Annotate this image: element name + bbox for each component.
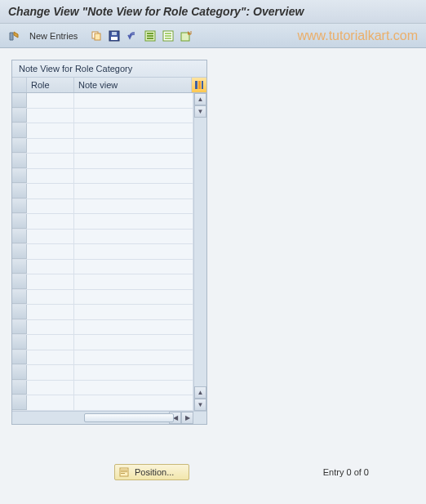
row-selector[interactable] (12, 93, 27, 108)
scroll-up-icon[interactable]: ▲ (194, 93, 206, 105)
cell-noteview[interactable] (74, 230, 193, 244)
row-selector[interactable] (12, 395, 27, 410)
row-selector[interactable] (12, 335, 27, 350)
toggle-icon[interactable] (7, 29, 21, 43)
cell-noteview[interactable] (74, 260, 193, 274)
cell-role[interactable] (27, 109, 74, 123)
cell-role[interactable] (27, 169, 74, 184)
column-header-role[interactable]: Role (27, 78, 74, 92)
table-row (12, 154, 193, 169)
cell-role[interactable] (27, 381, 74, 395)
table-row (12, 290, 193, 306)
cell-noteview[interactable] (74, 320, 193, 335)
row-selector[interactable] (12, 305, 27, 319)
table-row (12, 365, 193, 381)
cell-role[interactable] (27, 139, 74, 154)
cell-noteview[interactable] (74, 109, 193, 123)
row-selector[interactable] (12, 350, 27, 365)
cell-noteview[interactable] (74, 350, 193, 365)
cell-noteview[interactable] (74, 244, 193, 259)
row-selector[interactable] (12, 184, 27, 198)
row-selector[interactable] (12, 169, 27, 184)
cell-noteview[interactable] (74, 169, 193, 184)
row-selector[interactable] (12, 154, 27, 168)
horizontal-scrollbar[interactable]: ◀ ▶ (12, 411, 206, 424)
cell-role[interactable] (27, 244, 74, 259)
table-row (12, 320, 193, 336)
row-selector[interactable] (12, 109, 27, 123)
cell-noteview[interactable] (74, 395, 193, 410)
row-selector[interactable] (12, 123, 27, 138)
row-selector[interactable] (12, 139, 27, 154)
table-row (12, 230, 193, 245)
cell-noteview[interactable] (74, 305, 193, 319)
cell-noteview[interactable] (74, 274, 193, 289)
copy-icon[interactable] (89, 29, 104, 43)
cell-role[interactable] (27, 93, 74, 108)
row-selector[interactable] (12, 381, 27, 395)
cell-role[interactable] (27, 214, 74, 229)
scroll-right-icon[interactable]: ▶ (181, 412, 193, 424)
cell-role[interactable] (27, 350, 74, 365)
cell-role[interactable] (27, 335, 74, 350)
table-row (12, 199, 193, 215)
position-button[interactable]: Position... (114, 464, 189, 480)
row-selector[interactable] (12, 244, 27, 259)
svg-rect-3 (111, 37, 118, 40)
cell-noteview[interactable] (74, 139, 193, 154)
cell-noteview[interactable] (74, 365, 193, 380)
column-header-noteview[interactable]: Note view (74, 78, 192, 92)
cell-role[interactable] (27, 290, 74, 305)
cell-role[interactable] (27, 123, 74, 138)
cell-role[interactable] (27, 274, 74, 289)
row-selector[interactable] (12, 214, 27, 229)
hscroll-track[interactable] (27, 412, 169, 424)
scroll-up2-icon[interactable]: ▲ (194, 386, 206, 399)
select-all-icon[interactable] (143, 29, 158, 43)
cell-noteview[interactable] (74, 199, 193, 214)
cell-role[interactable] (27, 320, 74, 335)
cell-role[interactable] (27, 154, 74, 168)
row-selector[interactable] (12, 290, 27, 305)
cell-noteview[interactable] (74, 184, 193, 198)
cell-noteview[interactable] (74, 93, 193, 108)
table-row (12, 381, 193, 396)
cell-role[interactable] (27, 365, 74, 380)
cell-noteview[interactable] (74, 290, 193, 305)
cell-role[interactable] (27, 305, 74, 319)
scroll-down-icon[interactable]: ▼ (194, 105, 206, 118)
table-panel: Note View for Role Category Role Note vi… (11, 60, 207, 425)
row-selector[interactable] (12, 320, 27, 335)
cell-role[interactable] (27, 260, 74, 274)
table-row (12, 139, 193, 154)
cell-noteview[interactable] (74, 154, 193, 168)
toolbar: New Entries (0, 24, 426, 48)
cell-noteview[interactable] (74, 381, 193, 395)
row-selector[interactable] (12, 365, 27, 380)
save-icon[interactable] (107, 29, 122, 43)
scroll-down2-icon[interactable]: ▼ (194, 399, 206, 411)
deselect-all-icon[interactable] (161, 29, 175, 43)
select-all-rows[interactable] (12, 78, 27, 92)
hscroll-thumb[interactable] (84, 413, 174, 422)
row-selector[interactable] (12, 274, 27, 289)
configure-columns-icon[interactable] (192, 78, 206, 92)
svg-rect-15 (198, 81, 201, 89)
svg-rect-10 (165, 33, 171, 34)
svg-rect-8 (147, 38, 153, 39)
row-selector[interactable] (12, 199, 27, 214)
vertical-scrollbar[interactable]: ▲ ▼ ▲ ▼ (193, 93, 206, 411)
cell-noteview[interactable] (74, 335, 193, 350)
cell-noteview[interactable] (74, 123, 193, 138)
cell-role[interactable] (27, 230, 74, 244)
row-selector[interactable] (12, 230, 27, 244)
row-selector[interactable] (12, 260, 27, 274)
cell-role[interactable] (27, 184, 74, 198)
entry-count-text: Entry 0 of 0 (323, 467, 369, 477)
new-entries-button[interactable]: New Entries (24, 29, 82, 42)
export-icon[interactable] (179, 29, 193, 43)
cell-role[interactable] (27, 395, 74, 410)
cell-role[interactable] (27, 199, 74, 214)
undo-icon[interactable] (125, 29, 140, 43)
cell-noteview[interactable] (74, 214, 193, 229)
